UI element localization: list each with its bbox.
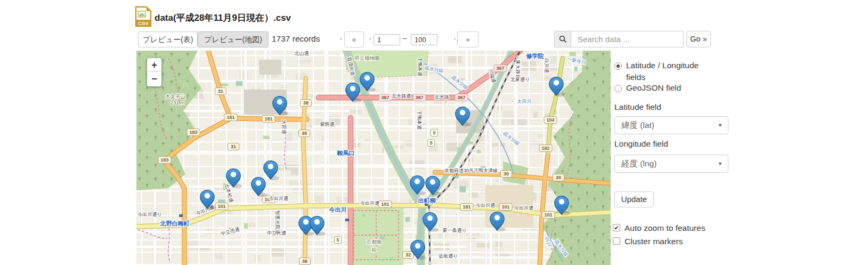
svg-text:東大路通: 東大路通: [515, 60, 521, 79]
longitude-field-select[interactable]: 経度 (lng) ▼: [614, 155, 728, 173]
map-canvas[interactable]: 3131181181181183183383838367367367367101…: [136, 51, 611, 265]
svg-text:38: 38: [302, 131, 307, 136]
svg-text:181: 181: [264, 116, 272, 122]
svg-text:北山通: 北山通: [295, 51, 309, 56]
svg-text:101: 101: [381, 202, 389, 207]
latitude-field-label: Latitude field: [614, 102, 661, 112]
svg-text:5: 5: [336, 237, 339, 243]
data-explorer: CSV data(平成28年11月9日現在）.csv プレビュー(表) プレビュ…: [0, 0, 868, 265]
zoom-in-button[interactable]: +: [147, 58, 161, 72]
auto-zoom-checkbox[interactable]: [613, 224, 620, 231]
svg-text:32: 32: [405, 252, 411, 258]
pager-separator: ·: [453, 34, 456, 43]
svg-text:367: 367: [457, 95, 465, 100]
longitude-field-value: 経度 (lng): [621, 159, 656, 168]
svg-text:182: 182: [541, 146, 549, 151]
svg-text:東一条通り: 東一条通り: [442, 228, 466, 233]
svg-text:183: 183: [160, 157, 168, 163]
svg-text:30: 30: [504, 171, 509, 176]
svg-text:104: 104: [546, 117, 554, 123]
longitude-field-label: Longitude field: [614, 139, 668, 149]
search-go-button[interactable]: Go »: [686, 31, 711, 47]
svg-text:大文字山: 大文字山: [165, 93, 185, 99]
svg-text:31: 31: [231, 144, 236, 149]
svg-text:今出川通: 今出川通: [514, 205, 533, 211]
search-icon: [559, 35, 567, 43]
latitude-field-select[interactable]: 緯度 (lat) ▼: [614, 116, 728, 134]
svg-text:大宮通: 大宮通: [281, 120, 287, 134]
svg-text:北野白梅町: 北野白梅町: [160, 220, 190, 227]
svg-text:181: 181: [226, 115, 234, 120]
svg-text:京都御: 京都御: [367, 239, 382, 245]
svg-text:367: 367: [415, 95, 423, 100]
svg-text:近衛通り: 近衛通り: [439, 253, 458, 259]
svg-text:府立植物園: 府立植物園: [354, 55, 380, 61]
svg-text:231 m: 231 m: [171, 100, 184, 106]
latlng-fields-radio-label[interactable]: Latitude / Longitude fields: [626, 60, 711, 83]
cluster-markers-checkbox[interactable]: [613, 237, 620, 245]
svg-text:今出川通: 今出川通: [269, 196, 288, 201]
pager-range-dash: –: [403, 34, 407, 42]
svg-text:北大路: 北大路: [435, 94, 449, 100]
svg-text:出町柳: 出町柳: [418, 197, 436, 204]
svg-text:今出川: 今出川: [329, 206, 347, 213]
tab-preview-map[interactable]: プレビュー(地図): [198, 31, 269, 47]
svg-text:今出川通り: 今出川通り: [137, 212, 161, 217]
svg-text:下鴨本通: 下鴨本通: [417, 57, 423, 76]
records-count: 1737 records: [272, 34, 320, 44]
svg-text:31: 31: [218, 89, 223, 94]
svg-text:5: 5: [433, 130, 435, 135]
map-container[interactable]: 3131181181181183183383838367367367367101…: [136, 51, 611, 265]
svg-text:今出川通: 今出川通: [476, 203, 495, 208]
svg-text:智恵光院通: 智恵光院通: [275, 211, 280, 235]
svg-text:367: 367: [381, 95, 389, 100]
pager-separator: ·: [339, 34, 342, 43]
svg-text:京都府道30号下鴨大津線: 京都府道30号下鴨大津線: [444, 168, 498, 173]
svg-text:5: 5: [429, 140, 432, 146]
svg-text:101: 101: [217, 204, 225, 209]
svg-text:101: 101: [544, 212, 552, 218]
svg-text:30: 30: [556, 175, 561, 180]
svg-text:北大路通: 北大路通: [392, 93, 411, 99]
svg-text:修学院: 修学院: [526, 52, 544, 59]
zoom-out-button[interactable]: −: [147, 72, 161, 86]
pager-separator: ·: [369, 34, 371, 43]
latlng-fields-radio[interactable]: [614, 62, 622, 70]
svg-text:367: 367: [496, 66, 504, 71]
svg-text:181: 181: [463, 204, 470, 210]
svg-text:紫明通: 紫明通: [320, 122, 335, 127]
svg-text:101: 101: [501, 204, 509, 210]
update-button[interactable]: Update: [614, 191, 654, 207]
svg-text:北泉通り: 北泉通り: [510, 77, 530, 82]
chevron-down-icon: ▼: [718, 117, 723, 134]
pager-prev-button[interactable]: «: [344, 31, 364, 47]
file-title: data(平成28年11月9日現在）.csv: [155, 12, 291, 24]
svg-text:太田川: 太田川: [517, 99, 532, 104]
map-zoom-control: + −: [147, 58, 161, 86]
svg-text:38: 38: [303, 100, 309, 106]
svg-text:今出川通: 今出川通: [360, 200, 379, 206]
svg-text:CSV: CSV: [138, 20, 149, 26]
chevron-down-icon: ▼: [718, 155, 723, 172]
auto-zoom-checkbox-label[interactable]: Auto zoom to features: [624, 223, 705, 233]
latitude-field-value: 緯度 (lat): [621, 121, 654, 130]
svg-text:下鴨本通: 下鴨本通: [417, 110, 422, 130]
pager-to-input[interactable]: [411, 34, 437, 45]
geojson-field-radio-label[interactable]: GeoJSON field: [626, 83, 711, 93]
pager-next-button[interactable]: »: [457, 31, 478, 47]
svg-text:鞍馬口: 鞍馬口: [337, 150, 355, 156]
search-icon-box: [554, 31, 571, 47]
cluster-markers-checkbox-label[interactable]: Cluster markers: [624, 237, 683, 246]
search-input[interactable]: [571, 31, 684, 47]
geojson-field-radio[interactable]: [614, 85, 622, 92]
svg-text:38: 38: [302, 259, 307, 264]
svg-text:183: 183: [189, 130, 197, 135]
svg-text:苑: 苑: [371, 247, 377, 253]
tab-preview-table[interactable]: プレビュー(表): [138, 31, 198, 47]
csv-file-icon: CSV: [135, 6, 152, 27]
pager-from-input[interactable]: [374, 34, 400, 45]
svg-text:白川通: 白川通: [544, 59, 549, 73]
